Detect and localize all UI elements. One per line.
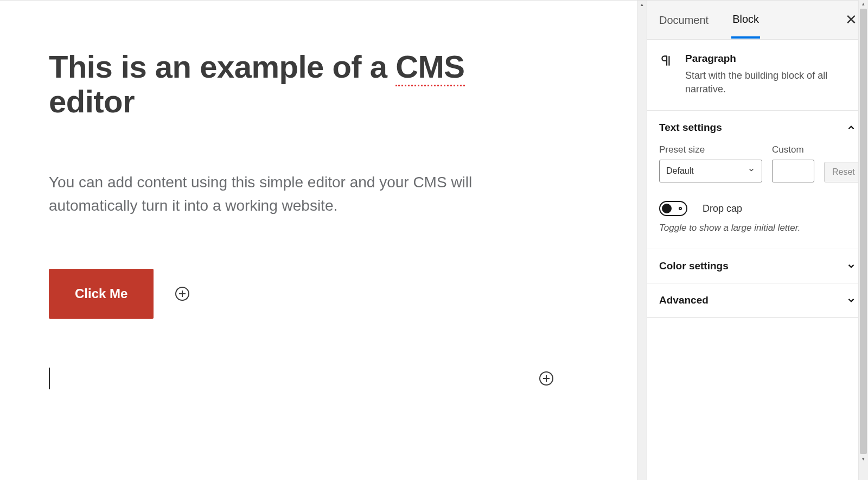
block-type-name: Paragraph [685, 53, 856, 65]
chevron-down-icon [748, 166, 755, 176]
canvas-scrollbar[interactable]: ▴ [637, 1, 647, 480]
button-block-row: Click Me [49, 269, 526, 319]
toggle-knob [662, 204, 672, 213]
scroll-down-icon[interactable]: ▾ [859, 455, 868, 463]
panel-text-settings-toggle[interactable]: Text settings [647, 111, 868, 144]
dropcap-toggle[interactable] [659, 201, 687, 216]
close-sidebar-icon[interactable]: ✕ [845, 11, 857, 28]
custom-size-input[interactable] [772, 160, 814, 182]
window-scrollbar[interactable]: ▴ ▾ [858, 0, 868, 480]
empty-block-row[interactable] [49, 368, 553, 389]
chevron-down-icon [846, 261, 856, 271]
panel-color-settings: Color settings [647, 249, 868, 283]
tab-document[interactable]: Document [658, 2, 710, 37]
text-caret [49, 368, 50, 389]
dropcap-label: Drop cap [703, 203, 742, 214]
preset-size-value: Default [666, 166, 694, 176]
post-title-text-post: editor [49, 84, 135, 119]
panel-color-settings-title: Color settings [659, 260, 729, 272]
add-block-trailing-icon[interactable] [539, 371, 553, 386]
preset-size-label: Preset size [659, 144, 762, 155]
panel-text-settings-title: Text settings [659, 122, 722, 134]
custom-size-label: Custom [772, 144, 814, 155]
block-type-description: Start with the building block of all nar… [685, 69, 856, 96]
sidebar-tabs: Document Block ✕ [647, 1, 868, 40]
paragraph-icon [659, 53, 673, 96]
block-type-header: Paragraph Start with the building block … [647, 40, 868, 111]
add-block-inline-icon[interactable] [175, 287, 189, 301]
post-title-text-pre: This is an example of a [49, 49, 395, 84]
settings-sidebar: Document Block ✕ Paragraph Start with th… [647, 0, 868, 480]
preset-size-select[interactable]: Default [659, 160, 762, 182]
post-paragraph[interactable]: You can add content using this simple ed… [49, 170, 526, 218]
scrollbar-thumb[interactable] [860, 9, 867, 454]
editor-canvas[interactable]: This is an example of a CMS editor You c… [0, 0, 647, 480]
panel-advanced: Advanced [647, 283, 868, 318]
post-title[interactable]: This is an example of a CMS editor [49, 49, 526, 119]
chevron-up-icon [846, 123, 856, 132]
toggle-off-indicator [679, 207, 682, 210]
panel-advanced-toggle[interactable]: Advanced [647, 283, 868, 317]
scroll-up-icon[interactable]: ▴ [637, 1, 647, 8]
tab-block[interactable]: Block [731, 1, 760, 39]
reset-size-button[interactable]: Reset [824, 162, 863, 182]
panel-text-settings: Text settings Preset size Default Cust [647, 111, 868, 249]
panel-color-settings-toggle[interactable]: Color settings [647, 249, 868, 283]
panel-advanced-title: Advanced [659, 294, 709, 306]
post-title-spellcheck-word[interactable]: CMS [395, 49, 464, 86]
scroll-up-icon[interactable]: ▴ [859, 0, 868, 8]
chevron-down-icon [846, 295, 856, 305]
dropcap-help-text: Toggle to show a large initial letter. [659, 223, 856, 233]
content-button[interactable]: Click Me [49, 269, 154, 319]
